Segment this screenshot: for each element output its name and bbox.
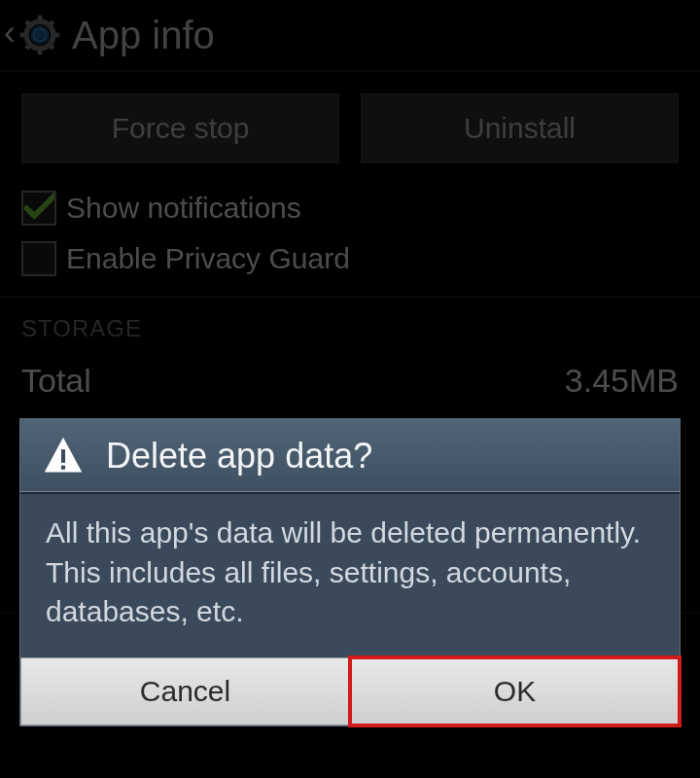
svg-rect-13 [61, 466, 65, 470]
dialog-button-row: Cancel OK [20, 657, 680, 725]
dialog-body: All this app's data will be deleted perm… [20, 494, 680, 657]
delete-data-dialog: Delete app data? All this app's data wil… [19, 418, 681, 726]
warning-icon [42, 435, 85, 477]
svg-rect-12 [61, 449, 65, 463]
cancel-button[interactable]: Cancel [20, 657, 350, 725]
ok-button[interactable]: OK [350, 657, 680, 725]
dialog-header: Delete app data? [20, 419, 680, 492]
dialog-title: Delete app data? [106, 436, 372, 477]
